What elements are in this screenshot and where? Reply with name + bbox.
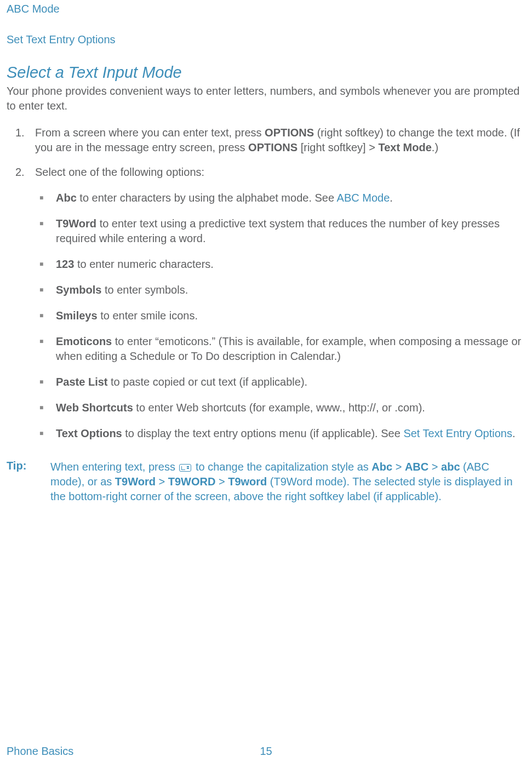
bullet-icon: ■ xyxy=(39,403,43,412)
bullet-icon: ■ xyxy=(39,219,43,228)
option-text: to enter smile icons. xyxy=(98,310,198,322)
option-emoticons: ■ Emoticons to enter “emoticons.” (This … xyxy=(56,334,525,375)
option-t9word: ■ T9Word to enter text using a predictiv… xyxy=(56,216,525,257)
tip-text: > xyxy=(215,475,228,488)
tip-body: When entering text, press to change the … xyxy=(50,460,525,504)
option-text: . xyxy=(390,192,393,204)
tip-bold: abc xyxy=(441,461,460,473)
option-smileys: ■ Smileys to enter smile icons. xyxy=(56,308,525,334)
footer-section-name: Phone Basics xyxy=(7,745,73,758)
footer-page-number: 15 xyxy=(260,745,272,758)
options-list: ■ Abc to enter characters by using the a… xyxy=(35,180,525,446)
tip-bold: Abc xyxy=(371,461,392,473)
link-set-text-entry-options[interactable]: Set Text Entry Options xyxy=(403,427,512,439)
step-text: From a screen where you can enter text, … xyxy=(35,127,265,139)
tip-text: to change the capitalization style as xyxy=(192,461,371,473)
step-1: 1. From a screen where you can enter tex… xyxy=(35,125,525,165)
tip-bold: T9word xyxy=(228,475,267,488)
bullet-icon: ■ xyxy=(39,337,43,346)
bullet-icon: ■ xyxy=(39,377,43,386)
option-paste-list: ■ Paste List to paste copied or cut text… xyxy=(56,375,525,400)
tip-label: Tip: xyxy=(7,460,50,504)
option-text: to enter “emoticons.” (This is available… xyxy=(56,335,521,362)
intro-paragraph: Your phone provides convenient ways to e… xyxy=(7,82,525,113)
option-label: T9Word xyxy=(56,217,96,230)
option-label: 123 xyxy=(56,258,74,270)
tip-bold: T9WORD xyxy=(168,475,216,488)
key-icon xyxy=(179,464,191,472)
tip-bold: T9Word xyxy=(115,475,156,488)
option-label: Abc xyxy=(56,192,77,204)
ordered-steps: 1. From a screen where you can enter tex… xyxy=(7,113,525,456)
page-footer: Phone Basics 15 xyxy=(0,745,532,758)
option-text-options: ■ Text Options to display the text entry… xyxy=(56,426,525,446)
step-text: .) xyxy=(432,141,438,153)
link-abc-mode[interactable]: ABC Mode xyxy=(337,192,390,204)
option-label: Smileys xyxy=(56,310,98,322)
link-set-text-entry-options-top[interactable]: Set Text Entry Options xyxy=(7,16,525,47)
option-text: to enter symbols. xyxy=(101,284,188,296)
option-text: to paste copied or cut text (if applicab… xyxy=(107,376,307,388)
tip-text: > xyxy=(392,461,405,473)
link-abc-mode-top[interactable]: ABC Mode xyxy=(7,0,525,16)
option-label: Text Options xyxy=(56,427,122,439)
option-label: Emoticons xyxy=(56,335,112,347)
step-text: [right softkey] > xyxy=(298,141,378,153)
option-text: . xyxy=(512,427,516,439)
step-2: 2. Select one of the following options: … xyxy=(35,165,525,456)
bullet-icon: ■ xyxy=(39,193,43,202)
step-bold: OPTIONS xyxy=(265,127,314,139)
option-label: Web Shortcuts xyxy=(56,402,133,414)
step-text: Select one of the following options: xyxy=(35,166,204,178)
section-heading: Select a Text Input Mode xyxy=(7,47,525,82)
bullet-icon: ■ xyxy=(39,311,43,320)
option-123: ■ 123 to enter numeric characters. xyxy=(56,257,525,283)
bullet-icon: ■ xyxy=(39,285,43,294)
tip-text: > xyxy=(156,475,168,488)
option-text: to display the text entry options menu (… xyxy=(122,427,404,439)
tip-text: When entering text, press xyxy=(50,461,178,473)
tip-block: Tip: When entering text, press to change… xyxy=(7,456,525,504)
step-bold: Text Mode xyxy=(378,141,431,153)
option-text: to enter numeric characters. xyxy=(74,258,214,270)
tip-bold: ABC xyxy=(405,461,428,473)
option-text: to enter text using a predictive text sy… xyxy=(56,217,500,244)
bullet-icon: ■ xyxy=(39,260,43,268)
step-number: 2. xyxy=(15,165,25,180)
option-text: to enter Web shortcuts (for example, www… xyxy=(133,402,425,414)
option-web-shortcuts: ■ Web Shortcuts to enter Web shortcuts (… xyxy=(56,400,525,426)
step-bold: OPTIONS xyxy=(248,141,298,153)
option-abc: ■ Abc to enter characters by using the a… xyxy=(56,191,525,216)
option-text: to enter characters by using the alphabe… xyxy=(77,192,337,204)
step-number: 1. xyxy=(15,125,25,140)
bullet-icon: ■ xyxy=(39,429,43,438)
option-symbols: ■ Symbols to enter symbols. xyxy=(56,283,525,308)
option-label: Symbols xyxy=(56,284,101,296)
tip-text: > xyxy=(428,461,441,473)
option-label: Paste List xyxy=(56,376,107,388)
